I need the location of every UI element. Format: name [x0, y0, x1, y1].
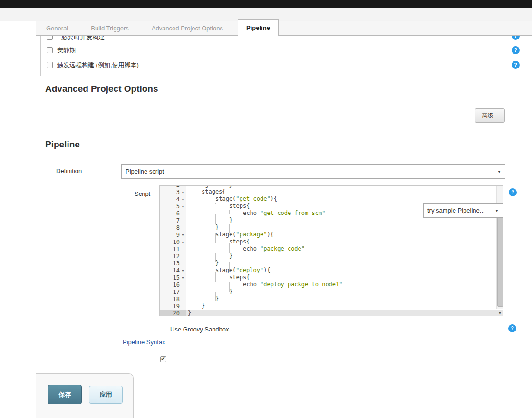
tab-pipeline[interactable]: Pipeline	[238, 19, 279, 36]
fold-arrow-icon[interactable]: ▾	[180, 190, 186, 194]
try-sample-pipeline-value: try sample Pipeline...	[427, 207, 485, 214]
code-line: }	[186, 224, 503, 231]
gutter-line: 11	[160, 245, 186, 253]
gutter-line: 12	[160, 253, 186, 260]
scrollbar-thumb[interactable]	[497, 214, 503, 307]
code-line: stage("package"){	[186, 231, 503, 238]
option-rows: 安静期?触发远程构建 (例如,使用脚本)?	[36, 43, 532, 72]
fold-arrow-icon[interactable]: ▾	[180, 268, 186, 273]
gutter-line: 7	[160, 217, 186, 224]
code-line: }	[186, 217, 503, 224]
editor-gutter: 23▾4▾5▾6789▾10▾11121314▾15▾1617181920	[160, 186, 186, 316]
gutter-line: 4▾	[160, 195, 186, 203]
code-line: steps{	[186, 274, 503, 281]
config-tab-bar: GeneralBuild TriggersAdvanced Project Op…	[36, 21, 532, 36]
gutter-line: 8	[160, 224, 186, 231]
code-line: steps{	[186, 238, 503, 245]
section-divider	[45, 78, 524, 78]
code-line: stage("deploy"){	[186, 267, 503, 274]
code-line: }	[186, 310, 503, 316]
groovy-sandbox-checkbox[interactable]: ✔	[160, 356, 166, 362]
code-line: }	[186, 288, 503, 295]
help-icon[interactable]: ?	[512, 46, 520, 54]
fold-arrow-icon[interactable]: ▾	[180, 240, 186, 244]
gutter-line: 9▾	[160, 231, 186, 238]
chevron-down-icon: ▼	[497, 169, 501, 174]
code-line: stage("get code"){	[186, 195, 503, 203]
gutter-line: 13	[160, 260, 186, 267]
help-icon[interactable]: ?	[512, 36, 520, 40]
checkbox[interactable]	[47, 62, 53, 68]
gutter-line: 14▾	[160, 267, 186, 274]
help-icon[interactable]: ?	[509, 188, 517, 196]
chevron-down-icon: ▼	[495, 208, 499, 213]
code-line: stages{	[186, 188, 503, 195]
checkbox[interactable]	[47, 36, 53, 40]
groovy-sandbox-label: Use Groovy Sandbox	[170, 326, 229, 333]
script-label: Script	[135, 190, 150, 197]
fold-arrow-icon[interactable]: ▾	[180, 233, 186, 237]
fold-arrow-icon[interactable]: ▾	[180, 204, 186, 209]
code-line: echo "deploy packge to node1"	[186, 281, 503, 288]
code-line: }	[186, 260, 503, 267]
option-label: 安静期	[57, 46, 76, 55]
code-line: }	[186, 295, 503, 302]
option-row: 安静期?	[36, 43, 532, 58]
option-label: 触发远程构建 (例如,使用脚本)	[57, 61, 139, 69]
option-row: 触发远程构建 (例如,使用脚本)?	[36, 58, 532, 72]
jenkins-config-page: GeneralBuild TriggersAdvanced Project Op…	[0, 0, 532, 418]
code-line: echo "packge code"	[186, 245, 503, 253]
pipeline-syntax-link[interactable]: Pipeline Syntax	[123, 339, 165, 346]
save-button[interactable]: 保存	[48, 385, 82, 404]
section-divider	[45, 134, 524, 134]
option-label: 必要时并发构建	[61, 36, 105, 42]
advanced-button[interactable]: 高级...	[475, 108, 505, 123]
gutter-line: 3▾	[160, 188, 186, 195]
pipeline-heading: Pipeline	[45, 139, 80, 150]
gutter-line: 10▾	[160, 238, 186, 245]
gutter-line: 16	[160, 281, 186, 288]
definition-select-value: Pipeline script	[126, 168, 164, 175]
bottom-button-bar: 保存 应用	[36, 373, 134, 418]
gutter-line: 17	[160, 288, 186, 295]
definition-select[interactable]: Pipeline script ▼	[121, 164, 505, 179]
scrollbar-down-arrow[interactable]: ▼	[496, 309, 503, 316]
jenkins-top-bar	[0, 0, 532, 8]
definition-label: Definition	[56, 167, 82, 175]
gutter-line: 15▾	[160, 274, 186, 281]
advanced-project-options-heading: Advanced Project Options	[45, 84, 158, 94]
fold-arrow-icon[interactable]: ▾	[180, 275, 186, 280]
help-icon[interactable]: ?	[508, 324, 516, 332]
option-row-partial: 必要时并发构建 ?	[36, 36, 532, 42]
tab-general[interactable]: General	[38, 21, 76, 35]
code-line: }	[186, 302, 503, 310]
gutter-line: 19	[160, 302, 186, 310]
gutter-line: 5▾	[160, 203, 186, 210]
code-line: }	[186, 253, 503, 260]
gutter-line: 18	[160, 295, 186, 302]
checkbox[interactable]	[47, 47, 53, 53]
gutter-line: 6	[160, 210, 186, 217]
try-sample-pipeline-select[interactable]: try sample Pipeline... ▼	[423, 203, 503, 218]
apply-button[interactable]: 应用	[89, 386, 123, 404]
tab-build-triggers[interactable]: Build Triggers	[83, 21, 136, 35]
fold-arrow-icon[interactable]: ▾	[180, 197, 186, 202]
help-icon[interactable]: ?	[512, 61, 520, 69]
tab-advanced-project-options[interactable]: Advanced Project Options	[144, 21, 231, 35]
gutter-line: 20	[160, 310, 186, 316]
check-icon: ✔	[161, 355, 165, 362]
